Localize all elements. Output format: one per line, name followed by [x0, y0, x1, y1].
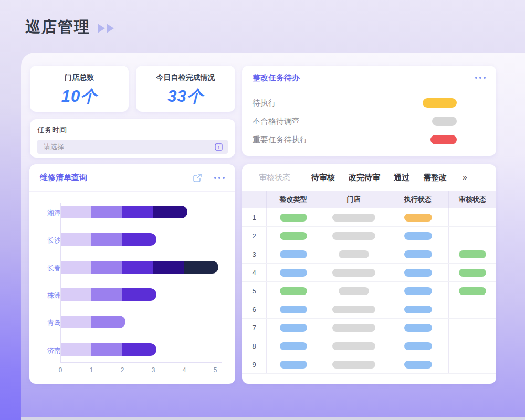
exec-status-pill [404, 306, 432, 313]
table-row[interactable]: 4 [242, 264, 496, 282]
row-number-cell: 9 [242, 355, 267, 373]
chart-category-label: 济南 [37, 346, 61, 355]
exec-status-pill [404, 269, 432, 277]
store-cell [320, 337, 387, 355]
rectify-type-cell [267, 264, 320, 281]
row-number: 9 [252, 361, 256, 369]
store-pill [332, 361, 375, 369]
table-header-row: 整改类型门店执行状态审核状态 [242, 191, 496, 208]
row-number-cell: 6 [242, 300, 267, 318]
chart-category-label: 长沙 [37, 236, 61, 245]
row-number-cell: 1 [242, 208, 267, 226]
review-status-pill [459, 250, 486, 258]
store-cell [320, 355, 387, 373]
date-placeholder: 请选择 [44, 142, 64, 152]
exec-status-pill [404, 342, 432, 350]
chart-bar-segment-segment-2 [91, 233, 122, 246]
row-number-cell: 7 [242, 319, 267, 337]
review-table-card: 审核状态 待审核 改完待审 通过 需整改 » 整改类型门店执行状态审核状态 12… [242, 164, 496, 384]
review-status-pill [459, 287, 486, 295]
calendar-icon[interactable]: 1 [214, 142, 223, 151]
rectify-type-pill [280, 214, 307, 222]
chart-bar-segment-segment-4 [153, 206, 187, 218]
status-pill [430, 135, 457, 144]
table-row[interactable]: 3 [242, 245, 496, 264]
x-axis-tick-label: 3 [152, 366, 155, 374]
tab-needs-rectify[interactable]: 需整改 [423, 173, 447, 183]
chart-bar [60, 206, 187, 218]
table-row[interactable]: 5 [242, 282, 496, 300]
table-row[interactable]: 8 [242, 337, 496, 355]
rectify-type-pill [280, 324, 307, 332]
x-axis-tick-label: 5 [214, 366, 217, 374]
exec-status-pill [404, 232, 432, 240]
chart-category-label: 青岛 [37, 318, 61, 328]
todo-card: 整改任务待办 待执行不合格待调查重要任务待执行 [242, 66, 496, 156]
review-status-cell [449, 264, 496, 281]
rectify-type-cell [267, 337, 320, 355]
rectify-type-cell [267, 208, 320, 226]
store-pill [332, 306, 375, 313]
rectify-type-cell [267, 227, 320, 245]
chart-bar-segment-segment-2 [91, 261, 122, 274]
exec-status-cell [387, 264, 449, 281]
title-arrows-icon [98, 24, 114, 33]
rectify-type-cell [267, 300, 320, 318]
tab-passed[interactable]: 通过 [394, 173, 410, 183]
chart-bar [60, 316, 125, 328]
status-pill [423, 98, 457, 108]
chart-bar-segment-segment-1 [60, 288, 91, 301]
tab-pending-review[interactable]: 待审核 [311, 173, 335, 183]
row-number-cell: 2 [242, 227, 267, 245]
tab-fixed-awaiting[interactable]: 改完待审 [349, 173, 380, 183]
exec-status-cell [387, 300, 449, 318]
store-pill [339, 250, 369, 258]
review-status-cell [449, 319, 496, 337]
store-pill [332, 269, 375, 277]
chart-bar-segment-segment-2 [91, 343, 122, 356]
exec-status-pill [404, 361, 432, 369]
task-time-date-input[interactable]: 请选择 1 [37, 140, 228, 154]
store-cell [320, 245, 387, 263]
rectify-type-pill [280, 361, 307, 369]
table-row[interactable]: 7 [242, 319, 496, 337]
exec-status-cell [387, 337, 449, 355]
more-options-icon[interactable] [214, 177, 225, 179]
table-row[interactable]: 6 [242, 300, 496, 319]
store-pill [332, 232, 375, 240]
review-status-cell [449, 245, 496, 263]
task-time-card: 任务时间 请选择 1 [30, 119, 235, 158]
stat-card-total-stores: 门店总数 10个 [30, 66, 129, 112]
task-time-label: 任务时间 [37, 125, 228, 135]
more-options-icon[interactable] [475, 77, 486, 79]
chart-bar-segment-segment-1 [60, 316, 91, 328]
table-body: 123456789 [242, 208, 496, 374]
table-row[interactable]: 9 [242, 355, 496, 374]
store-cell [320, 282, 387, 300]
exec-status-cell [387, 282, 449, 300]
bottom-strip [21, 417, 525, 420]
store-pill [332, 342, 375, 350]
rectify-type-pill [280, 250, 307, 258]
x-axis-line [60, 362, 222, 363]
rectify-type-pill [280, 232, 307, 240]
store-pill [332, 214, 375, 222]
rectify-type-pill [280, 269, 307, 277]
export-icon[interactable] [192, 173, 203, 183]
chart-bar-segment-segment-1 [60, 206, 91, 218]
table-row[interactable]: 1 [242, 208, 496, 227]
table-row[interactable]: 2 [242, 227, 496, 245]
tab-filter-label: 审核状态 [259, 173, 290, 183]
chart-bar-segment-segment-3 [122, 261, 153, 274]
y-axis-line [60, 203, 61, 362]
chart-bar-segment-segment-3 [122, 233, 156, 246]
tabs-more-icon[interactable]: » [463, 173, 467, 182]
store-pill [332, 324, 375, 332]
store-pill [339, 287, 369, 295]
chart-bar-segment-segment-1 [60, 233, 91, 246]
stat-value: 10个 [30, 86, 129, 108]
store-cell [320, 300, 387, 318]
chart-bar [60, 288, 156, 301]
row-number-cell: 5 [242, 282, 267, 300]
stat-label: 门店总数 [30, 73, 129, 82]
